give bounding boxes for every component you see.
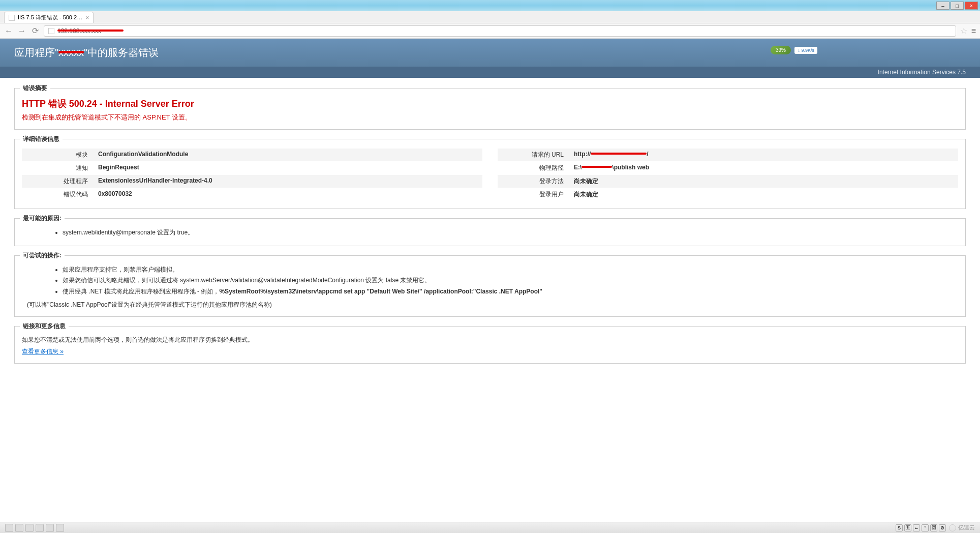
list-item: system.web/identity@impersonate 设置为 true… <box>63 228 958 238</box>
speed-rate: ↓ 9.9K/s <box>794 47 817 54</box>
tab-title: IIS 7.5 详细错误 - 500.2… <box>18 14 82 21</box>
nav-right: ☆ ≡ <box>960 26 976 36</box>
info-label: 错误代码 <box>22 188 93 201</box>
header-suffix: "中的服务器错误 <box>84 47 159 58</box>
causes-list: system.web/identity@impersonate 设置为 true… <box>22 228 958 238</box>
bookmark-icon[interactable]: ☆ <box>960 26 967 36</box>
info-label: 通知 <box>22 162 93 174</box>
redacted-url-value <box>591 151 647 156</box>
error-summary-box: 错误摘要 HTTP 错误 500.24 - Internal Server Er… <box>14 88 966 130</box>
redacted-path-value <box>581 164 612 169</box>
info-row: 处理程序 ExtensionlessUrlHandler-Integrated-… <box>22 175 482 188</box>
window-controls: – □ × <box>936 2 978 10</box>
tab-close-icon[interactable]: × <box>85 14 89 21</box>
header-redacted: xxxxx <box>58 47 84 58</box>
links-legend: 链接和更多信息 <box>20 322 69 331</box>
forward-button[interactable]: → <box>17 26 26 36</box>
header-prefix: 应用程序" <box>14 47 58 58</box>
menu-icon[interactable]: ≡ <box>971 26 976 36</box>
list-item: 如果您确信可以忽略此错误，则可以通过将 system.webServer/val… <box>63 276 958 285</box>
links-text: 如果您不清楚或无法使用前两个选项，则首选的做法是将此应用程序切换到经典模式。 <box>22 336 958 344</box>
close-button[interactable]: × <box>965 2 978 10</box>
info-label: 登录用户 <box>498 188 569 201</box>
info-label: 模块 <box>22 149 93 161</box>
info-value: 尚未确定 <box>569 175 958 188</box>
list-item: 使用经典 .NET 模式将此应用程序移到应用程序池 - 例如，%SystemRo… <box>63 287 958 297</box>
info-value: 尚未确定 <box>569 188 958 201</box>
list-item: 如果应用程序支持它，则禁用客户端模拟。 <box>63 265 958 275</box>
info-row: 通知 BeginRequest <box>22 162 482 174</box>
actions-box: 可尝试的操作: 如果应用程序支持它，则禁用客户端模拟。 如果您确信可以忽略此错误… <box>14 255 966 317</box>
sub-header: Internet Information Services 7.5 <box>0 67 980 78</box>
actions-note: (可以将"Classic .NET AppPool"设置为在经典托管管道模式下运… <box>22 301 958 309</box>
speed-widget: 39% ↓ 9.9K/s <box>771 43 817 54</box>
speed-percent: 39% <box>771 46 791 54</box>
info-value: http:/// <box>569 149 958 161</box>
info-value: BeginRequest <box>93 162 482 174</box>
error-desc: 检测到在集成的托管管道模式下不适用的 ASP.NET 设置。 <box>22 113 958 122</box>
page-icon <box>9 15 15 21</box>
maximize-button[interactable]: □ <box>951 2 964 10</box>
url-text: 192.168.xxx.xxx <box>57 27 101 35</box>
links-box: 链接和更多信息 如果您不清楚或无法使用前两个选项，则首选的做法是将此应用程序切换… <box>14 326 966 364</box>
actions-list: 如果应用程序支持它，则禁用客户端模拟。 如果您确信可以忽略此错误，则可以通过将 … <box>22 265 958 297</box>
info-label: 请求的 URL <box>498 149 569 161</box>
info-grid: 模块 ConfigurationValidationModule 通知 Begi… <box>22 149 958 201</box>
info-value: ExtensionlessUrlHandler-Integrated-4.0 <box>93 175 482 188</box>
reload-button[interactable]: ⟳ <box>30 26 40 36</box>
nav-bar: ← → ⟳ 192.168.xxx.xxx ☆ ≡ <box>0 23 980 39</box>
error-title: HTTP 错误 500.24 - Internal Server Error <box>22 98 958 110</box>
browser-tab[interactable]: IIS 7.5 详细错误 - 500.2… × <box>4 12 94 23</box>
info-row: 登录方法 尚未确定 <box>498 175 958 188</box>
cmd-text: %SystemRoot%\system32\inetsrv\appcmd set… <box>219 288 542 295</box>
causes-box: 最可能的原因: system.web/identity@impersonate … <box>14 218 966 246</box>
detail-box: 详细错误信息 模块 ConfigurationValidationModule … <box>14 139 966 209</box>
info-row: 错误代码 0x80070032 <box>22 188 482 201</box>
causes-legend: 最可能的原因: <box>20 214 65 223</box>
info-value: ConfigurationValidationModule <box>93 149 482 161</box>
info-row: 物理路径 E:\\publish web <box>498 162 958 174</box>
content: 错误摘要 HTTP 错误 500.24 - Internal Server Er… <box>0 78 980 383</box>
minimize-button[interactable]: – <box>936 2 950 10</box>
page-header: 应用程序"xxxxx"中的服务器错误 39% ↓ 9.9K/s <box>0 39 980 67</box>
more-info-link[interactable]: 查看更多信息 » <box>22 348 64 355</box>
info-label: 登录方法 <box>498 175 569 188</box>
info-row: 登录用户 尚未确定 <box>498 188 958 201</box>
info-row: 请求的 URL http:/// <box>498 149 958 161</box>
actions-legend: 可尝试的操作: <box>20 251 65 260</box>
address-bar[interactable]: 192.168.xxx.xxx <box>44 25 956 37</box>
info-col-left: 模块 ConfigurationValidationModule 通知 Begi… <box>22 149 482 201</box>
info-value: 0x80070032 <box>93 188 482 201</box>
info-col-right: 请求的 URL http:/// 物理路径 E:\\publish web 登录… <box>498 149 958 201</box>
tab-bar: IIS 7.5 详细错误 - 500.2… × <box>0 11 980 23</box>
url-icon <box>48 28 54 34</box>
info-value: E:\\publish web <box>569 162 958 174</box>
window-titlebar: – □ × <box>0 0 980 11</box>
detail-legend: 详细错误信息 <box>20 135 63 143</box>
back-button[interactable]: ← <box>4 26 13 36</box>
info-label: 处理程序 <box>22 175 93 188</box>
error-summary-legend: 错误摘要 <box>20 84 50 93</box>
info-label: 物理路径 <box>498 162 569 174</box>
info-row: 模块 ConfigurationValidationModule <box>22 149 482 161</box>
